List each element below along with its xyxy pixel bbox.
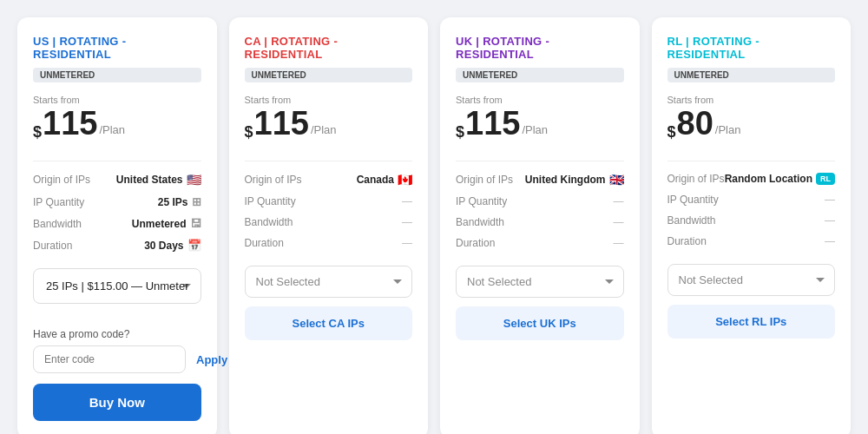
ca-quantity-label: IP Quantity (245, 195, 296, 207)
select-uk-ips-button[interactable]: Select UK IPs (456, 306, 624, 340)
ca-price-plan: /Plan (311, 123, 337, 136)
rl-origin-row: Origin of IPs Random Location RL (667, 168, 836, 189)
ca-bandwidth-dash: — (402, 216, 412, 228)
rl-divider (667, 161, 836, 161)
us-card-title: US | ROTATING - RESIDENTIAL (33, 35, 201, 61)
uk-bandwidth-label: Bandwidth (456, 216, 504, 228)
ca-card: CA | ROTATING - RESIDENTIAL UNMETERED St… (229, 17, 429, 434)
uk-price-dollar: $ (456, 124, 464, 140)
us-origin-label: Origin of IPs (33, 174, 90, 186)
rl-quantity-label: IP Quantity (667, 194, 719, 206)
us-bandwidth-value: Unmetered 🖫 (132, 217, 201, 230)
rl-duration-dash: — (825, 235, 835, 247)
ca-badge: UNMETERED (245, 68, 413, 82)
us-price-amount: 115 (43, 107, 97, 140)
uk-bandwidth-dash: — (614, 216, 624, 228)
us-quantity-value: 25 IPs ⊞ (158, 195, 201, 208)
uk-quantity-label: IP Quantity (456, 195, 507, 207)
uk-flag: 🇬🇧 (609, 173, 624, 187)
uk-quantity-row: IP Quantity — (456, 191, 624, 212)
uk-price-plan: /Plan (522, 123, 548, 136)
us-flag: 🇺🇸 (187, 173, 201, 187)
ca-flag: 🇨🇦 (398, 173, 412, 187)
us-origin-row: Origin of IPs United States 🇺🇸 (33, 168, 201, 191)
bandwidth-icon: 🖫 (190, 217, 201, 230)
us-quantity-row: IP Quantity 25 IPs ⊞ (33, 191, 201, 213)
rl-card-title: RL | ROTATING - RESIDENTIAL (667, 35, 836, 61)
rl-duration-row: Duration — (667, 231, 836, 252)
uk-card-title: UK | ROTATING - RESIDENTIAL (456, 35, 624, 61)
uk-duration-label: Duration (456, 237, 495, 249)
uk-not-selected-dropdown[interactable]: Not Selected (456, 266, 624, 298)
promo-label: Have a promo code? (33, 328, 201, 340)
us-bandwidth-label: Bandwidth (33, 218, 82, 230)
us-duration-label: Duration (33, 240, 72, 252)
uk-card: UK | ROTATING - RESIDENTIAL UNMETERED St… (440, 17, 640, 434)
rl-duration-label: Duration (667, 235, 707, 247)
uk-duration-row: Duration — (456, 233, 624, 253)
us-price-plan: /Plan (99, 123, 125, 136)
ca-duration-dash: — (402, 237, 412, 249)
ca-bandwidth-label: Bandwidth (245, 216, 293, 228)
ca-starts-from: Starts from (245, 95, 413, 105)
rl-quantity-row: IP Quantity — (667, 189, 836, 210)
select-ca-ips-button[interactable]: Select CA IPs (245, 306, 413, 340)
ca-price-row: $ 115 /Plan (245, 107, 413, 140)
copy-icon: ⊞ (192, 195, 201, 208)
ca-duration-row: Duration — (245, 233, 413, 253)
us-duration-row: Duration 30 Days 📅 (33, 234, 201, 256)
buy-now-button[interactable]: Buy Now (33, 384, 201, 421)
promo-input[interactable] (33, 345, 186, 373)
rl-badge: UNMETERED (667, 68, 836, 82)
ca-quantity-row: IP Quantity — (245, 191, 413, 212)
ca-origin-row: Origin of IPs Canada 🇨🇦 (245, 168, 413, 191)
random-badge: RL (816, 173, 835, 185)
ca-quantity-dash: — (402, 195, 412, 207)
uk-price-row: $ 115 /Plan (456, 107, 624, 140)
ca-price-amount: 115 (254, 107, 309, 140)
rl-card: RL | ROTATING - RESIDENTIAL UNMETERED St… (652, 17, 852, 434)
rl-bandwidth-dash: — (825, 214, 835, 227)
us-card: US | ROTATING - RESIDENTIAL UNMETERED St… (17, 17, 217, 434)
us-duration-value: 30 Days 📅 (144, 239, 201, 252)
rl-not-selected-dropdown[interactable]: Not Selected (667, 264, 836, 296)
rl-price-row: $ 80 /Plan (667, 107, 836, 140)
ca-divider (245, 161, 413, 161)
rl-origin-value: Random Location RL (725, 173, 835, 185)
us-starts-from: Starts from (33, 95, 201, 105)
uk-badge: UNMETERED (456, 68, 624, 82)
calendar-icon: 📅 (187, 239, 201, 252)
rl-bandwidth-label: Bandwidth (667, 214, 716, 227)
uk-origin-label: Origin of IPs (456, 174, 513, 186)
rl-price-amount: 80 (677, 107, 713, 140)
ca-origin-value: Canada 🇨🇦 (357, 173, 412, 187)
uk-origin-row: Origin of IPs United Kingdom 🇬🇧 (456, 168, 624, 191)
us-origin-value: United States 🇺🇸 (116, 173, 201, 187)
promo-row: Apply (33, 345, 201, 373)
us-price-dollar: $ (33, 124, 42, 140)
rl-price-dollar: $ (667, 124, 676, 140)
rl-bandwidth-row: Bandwidth — (667, 210, 836, 231)
rl-price-plan: /Plan (715, 123, 741, 136)
rl-quantity-dash: — (825, 194, 835, 206)
uk-divider (456, 161, 624, 161)
us-price-row: $ 115 /Plan (33, 107, 201, 140)
ca-bandwidth-row: Bandwidth — (245, 212, 413, 233)
ca-duration-label: Duration (245, 237, 284, 249)
select-rl-ips-button[interactable]: Select RL IPs (667, 305, 836, 339)
ca-origin-label: Origin of IPs (245, 174, 302, 186)
us-bandwidth-row: Bandwidth Unmetered 🖫 (33, 213, 201, 234)
rl-origin-label: Origin of IPs (667, 173, 725, 185)
uk-bandwidth-row: Bandwidth — (456, 212, 624, 233)
uk-quantity-dash: — (614, 195, 624, 207)
uk-starts-from: Starts from (456, 95, 624, 105)
apply-button[interactable]: Apply (193, 353, 231, 366)
uk-duration-dash: — (614, 237, 624, 249)
uk-origin-value: United Kingdom 🇬🇧 (525, 173, 624, 187)
us-divider (33, 161, 201, 161)
us-plan-select[interactable]: 25 IPs | $115.00 — Unmetered / 30 Days (33, 268, 201, 304)
cards-container: US | ROTATING - RESIDENTIAL UNMETERED St… (17, 17, 851, 434)
ca-price-dollar: $ (245, 124, 253, 140)
rl-starts-from: Starts from (667, 95, 836, 105)
ca-not-selected-dropdown[interactable]: Not Selected (245, 266, 413, 298)
